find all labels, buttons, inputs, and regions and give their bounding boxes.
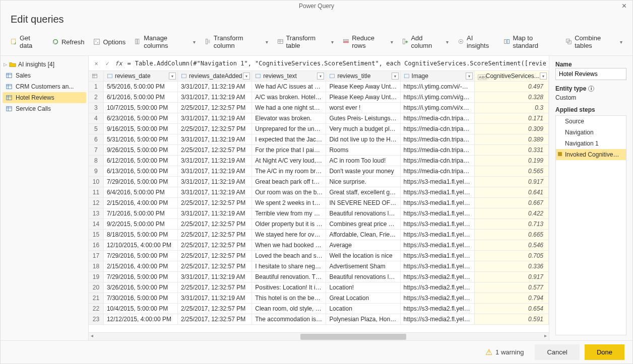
row-number[interactable]: 7 [89, 145, 103, 156]
cell[interactable]: 9/26/2015, 5:00:00 PM [103, 145, 177, 156]
transform-column-button[interactable]: Transform column ▾ [202, 32, 271, 51]
cell[interactable]: https://media-cdn.tripadvi... [400, 113, 474, 124]
warning-indicator[interactable]: ⚠ 1 warning [485, 347, 524, 357]
cell[interactable]: 0.665 [474, 230, 548, 240]
cell[interactable]: 2/25/2017, 12:32:57 PM [178, 251, 252, 261]
transform-table-button[interactable]: Transform table ▾ [274, 32, 337, 51]
cell[interactable]: 0.641 [474, 187, 548, 198]
row-number[interactable]: 21 [89, 293, 103, 304]
cell[interactable]: https://s3-media1.fl.yelpcd... [400, 198, 474, 208]
cell[interactable]: 3/31/2017, 11:32:19 AM [178, 293, 252, 304]
ai-insights-button[interactable]: AI insights [455, 32, 497, 51]
cell[interactable]: For the price that I paid for... [252, 145, 326, 156]
cell[interactable]: 5/31/2016, 5:00:00 PM [103, 134, 177, 145]
row-number[interactable]: 20 [89, 282, 103, 293]
table-row[interactable]: 177/29/2016, 5:00:00 PM2/25/2017, 12:32:… [89, 251, 549, 261]
row-number[interactable]: 17 [89, 251, 103, 261]
corner-cell[interactable] [89, 71, 103, 82]
column-header-reviews_dateAdded[interactable]: reviews_dateAdded▾ [178, 71, 252, 82]
datatype-icon[interactable] [255, 73, 261, 79]
cell[interactable]: 6/23/2016, 5:00:00 PM [103, 113, 177, 124]
add-column-button[interactable]: Add column ▾ [399, 32, 452, 51]
table-row[interactable]: 79/26/2015, 5:00:00 PM2/25/2017, 12:32:5… [89, 145, 549, 156]
cell[interactable]: 0.331 [474, 145, 548, 156]
cell[interactable]: 0.794 [474, 293, 548, 304]
cell[interactable]: 0.171 [474, 113, 548, 124]
cell[interactable]: 0.546 [474, 240, 548, 251]
cell[interactable]: 2/15/2016, 4:00:00 PM [103, 261, 177, 272]
cell[interactable]: 3/31/2017, 11:32:19 AM [178, 113, 252, 124]
cell[interactable]: 0.422 [474, 208, 548, 219]
manage-columns-button[interactable]: Manage columns ▾ [132, 32, 199, 51]
reduce-rows-button[interactable]: Reduce rows ▾ [340, 32, 396, 51]
cell[interactable]: 2/25/2017, 12:32:57 PM [178, 282, 252, 293]
cell[interactable]: https://media-cdn.tripadvi... [400, 145, 474, 156]
cell[interactable]: Please Keep Away Until Co... [326, 82, 400, 92]
horizontal-scrollbar[interactable]: ◂ ▸ [89, 332, 549, 340]
cell[interactable]: 0.713 [474, 219, 548, 230]
row-number[interactable]: 18 [89, 261, 103, 272]
table-row[interactable]: 149/2/2015, 5:00:00 PM2/25/2017, 12:32:5… [89, 219, 549, 230]
table-row[interactable]: 197/29/2016, 5:00:00 PM3/31/2017, 11:32:… [89, 272, 549, 282]
cell[interactable]: 0.591 [474, 314, 548, 325]
cell[interactable]: 0.199 [474, 156, 548, 166]
table-row[interactable]: 59/16/2015, 5:00:00 PM2/25/2017, 12:32:5… [89, 124, 549, 134]
scroll-right-icon[interactable]: ▸ [542, 333, 549, 338]
row-number[interactable]: 14 [89, 219, 103, 230]
cell[interactable]: https://i.ytimg.com/vi/-3sD... [400, 82, 474, 92]
cell[interactable]: 5/5/2016, 5:00:00 PM [103, 82, 177, 92]
cell[interactable]: https://s3-media1.fl.yelpcd... [400, 251, 474, 261]
row-number[interactable]: 10 [89, 177, 103, 187]
cell[interactable]: 3/31/2017, 11:32:19 AM [178, 272, 252, 282]
cell[interactable]: We stayed here for over a ... [252, 230, 326, 240]
cell[interactable]: Average [326, 240, 400, 251]
table-row[interactable]: 122/15/2016, 4:00:00 PM2/25/2017, 12:32:… [89, 198, 549, 208]
column-header-reviews_title[interactable]: reviews_title▾ [326, 71, 400, 82]
cell[interactable]: https://s3-media1.fl.yelpcd... [400, 219, 474, 230]
cell[interactable]: We had A/C issues at 3:30 ... [252, 82, 326, 92]
query-item[interactable]: Sales [3, 70, 86, 81]
cell[interactable]: 2/25/2017, 12:32:57 PM [178, 103, 252, 113]
filter-dropdown-icon[interactable]: ▾ [466, 72, 473, 80]
cell[interactable]: Terrible view from my $300... [252, 208, 326, 219]
cell[interactable]: Combines great price with ... [326, 219, 400, 230]
cell[interactable]: Great staff, excellent getaw... [326, 187, 400, 198]
cell[interactable]: 0.667 [474, 198, 548, 208]
cell[interactable]: 2/15/2016, 4:00:00 PM [103, 198, 177, 208]
column-header-reviews_text[interactable]: reviews_text▾ [252, 71, 326, 82]
cell[interactable]: 0.497 [474, 82, 548, 92]
table-row[interactable]: 107/29/2016, 5:00:00 PM3/31/2017, 11:32:… [89, 177, 549, 187]
close-icon[interactable]: × [622, 2, 626, 11]
cell[interactable]: 0.577 [474, 282, 548, 293]
row-number[interactable]: 1 [89, 82, 103, 92]
cell[interactable]: 0.336 [474, 261, 548, 272]
cell[interactable]: Affordable, Clean, Friendly ... [326, 230, 400, 240]
cell[interactable]: 7/29/2016, 5:00:00 PM [103, 272, 177, 282]
cell[interactable]: https://media-cdn.tripadvi... [400, 124, 474, 134]
cell[interactable]: I expected that the Jacuzzi ... [252, 134, 326, 145]
cancel-button[interactable]: Cancel [535, 344, 579, 360]
table-row[interactable]: 116/4/2016, 5:00:00 PM3/31/2017, 11:32:1… [89, 187, 549, 198]
cell[interactable]: 7/29/2016, 5:00:00 PM [103, 251, 177, 261]
row-number[interactable]: 8 [89, 156, 103, 166]
cell[interactable]: https://s3-media1.fl.yelpcd... [400, 208, 474, 219]
table-row[interactable]: 2312/12/2015, 4:00:00 PM2/25/2017, 12:32… [89, 314, 549, 325]
get-data-button[interactable]: Get data [8, 32, 46, 51]
cell[interactable]: 10/4/2015, 5:00:00 PM [103, 304, 177, 314]
applied-step[interactable]: Source [556, 116, 626, 127]
cell[interactable]: Please Keep Away Until Co... [326, 92, 400, 103]
cell[interactable]: At Night A/C very loud, als... [252, 156, 326, 166]
cell[interactable]: We spent 2 weeks in this h... [252, 198, 326, 208]
table-row[interactable]: 310/7/2015, 5:00:00 PM2/25/2017, 12:32:5… [89, 103, 549, 113]
row-number[interactable]: 4 [89, 113, 103, 124]
cell[interactable]: Polynesian Plaza, Honolulu [326, 314, 400, 325]
info-icon[interactable]: i [588, 86, 594, 92]
cell[interactable]: Very much a budget place [326, 124, 400, 134]
cell[interactable]: A/C was broken. Hotel was... [252, 92, 326, 103]
row-number[interactable]: 6 [89, 134, 103, 145]
table-row[interactable]: 203/26/2016, 5:00:00 PM2/25/2017, 12:32:… [89, 282, 549, 293]
row-number[interactable]: 2 [89, 92, 103, 103]
cell[interactable]: Did not live up to the Hilto... [326, 134, 400, 145]
row-number[interactable]: 23 [89, 314, 103, 325]
cell[interactable]: 0.917 [474, 177, 548, 187]
